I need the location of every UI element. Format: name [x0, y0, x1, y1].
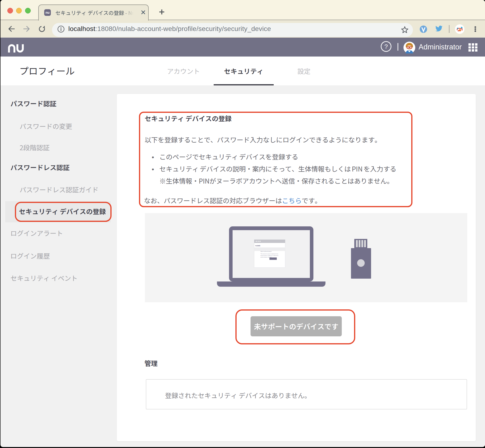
svg-text:nulab: nulab — [255, 245, 260, 247]
svg-text:Web Authentication: Web Authentication — [260, 251, 272, 252]
svg-text:authenticator (USB key or Biom: authenticator (USB key or Biometric — [260, 255, 279, 256]
svg-text:This account can be registered: This account can be registered one — [260, 253, 278, 255]
